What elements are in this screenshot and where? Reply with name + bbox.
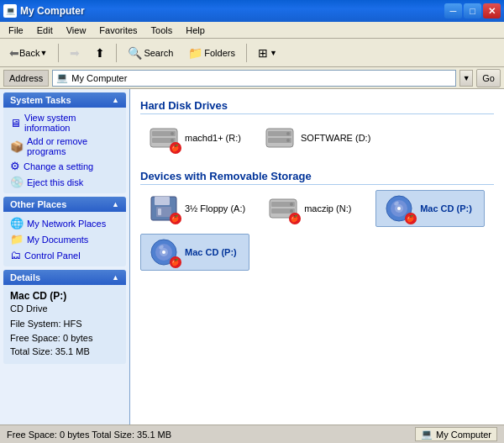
other-places-title: Other Places [10, 199, 66, 209]
toolbar-separator-2 [116, 44, 117, 62]
title-bar: 💻 My Computer ─ □ ✕ [0, 0, 504, 22]
view-button[interactable]: ⊞ ▼ [252, 43, 283, 63]
forward-icon: ➡ [70, 46, 80, 60]
forward-button[interactable]: ➡ [64, 43, 86, 63]
control-panel-link[interactable]: 🗂 Control Panel [10, 247, 119, 263]
hdd-icon-software [265, 125, 295, 150]
apple-badge-maccd-1: 🍎 [405, 213, 417, 224]
drive-maczip[interactable]: 🍎 maczip (N:) [260, 190, 369, 227]
address-go-button[interactable]: Go [476, 69, 501, 87]
control-panel-label: Control Panel [24, 251, 81, 261]
change-setting-label: Change a setting [24, 161, 93, 171]
hard-disk-drives-title: Hard Disk Drives [140, 99, 494, 114]
drive-maccd-1[interactable]: 🍎 Mac CD (P:) [375, 190, 485, 227]
apple-badge-maczip: 🍎 [289, 213, 301, 224]
address-dropdown[interactable]: ▼ [459, 70, 473, 87]
window-icon: 💻 [3, 4, 17, 18]
details-drive-type: CD Drive [10, 303, 119, 314]
details-header[interactable]: Details ▲ [3, 270, 126, 285]
eject-disk-icon: 💿 [10, 176, 24, 188]
address-input[interactable]: 💻 My Computer [52, 70, 456, 87]
system-tasks-section: System Tasks ▲ 🖥 View system information… [0, 92, 129, 193]
view-system-info-icon: 🖥 [10, 117, 21, 129]
svg-point-9 [286, 139, 290, 142]
status-computer-icon: 💻 [421, 429, 433, 440]
details-filesystem: File System: HFS [10, 317, 119, 331]
change-setting-icon: ⚙ [10, 160, 20, 172]
details-drive-name: Mac CD (P:) [10, 290, 119, 302]
my-network-places-link[interactable]: 🌐 My Network Places [10, 215, 119, 231]
svg-rect-11 [155, 197, 170, 205]
add-remove-programs-link[interactable]: 📦 Add or remove programs [10, 134, 119, 158]
address-computer-icon: 💻 [56, 72, 68, 83]
system-tasks-collapse-icon: ▲ [112, 96, 119, 104]
menu-bar: File Edit View Favorites Tools Help [0, 22, 504, 39]
other-places-collapse-icon: ▲ [112, 200, 119, 208]
drive-machd1[interactable]: 🍎 machd1+ (R:) [140, 119, 249, 156]
search-label: Search [144, 48, 173, 58]
minimize-button[interactable]: ─ [444, 3, 462, 18]
status-context-label: My Computer [436, 430, 491, 440]
folders-icon: 📁 [188, 46, 202, 60]
details-drive-info: File System: HFS Free Space: 0 bytes Tot… [10, 317, 119, 359]
apple-badge-maccd-2: 🍎 [170, 256, 181, 268]
add-remove-programs-icon: 📦 [10, 140, 24, 153]
svg-rect-13 [158, 208, 161, 215]
my-network-places-icon: 🌐 [10, 217, 24, 229]
toolbar-separator-1 [58, 44, 59, 62]
my-documents-link[interactable]: 📁 My Documents [10, 231, 119, 247]
system-tasks-header[interactable]: System Tasks ▲ [3, 92, 126, 108]
toolbar-separator-3 [246, 44, 247, 62]
removable-drives-grid: 🍎 3½ Floppy (A:) 🍎 maczip (N:) [140, 190, 494, 271]
details-body: Mac CD (P:) CD Drive File System: HFS Fr… [3, 285, 126, 364]
address-label: Address [3, 70, 49, 87]
other-places-section: Other Places ▲ 🌐 My Network Places 📁 My … [0, 197, 129, 266]
system-tasks-title: System Tasks [10, 95, 71, 105]
drive-floppy[interactable]: 🍎 3½ Floppy (A:) [140, 190, 253, 227]
add-remove-programs-label: Add or remove programs [27, 136, 119, 156]
eject-disk-link[interactable]: 💿 Eject this disk [10, 174, 119, 190]
folders-button[interactable]: 📁 Folders [182, 43, 241, 63]
status-bar: Free Space: 0 bytes Total Size: 35.1 MB … [0, 425, 504, 443]
eject-disk-label: Eject this disk [27, 177, 83, 187]
address-bar: Address 💻 My Computer ▼ Go [0, 67, 504, 89]
menu-edit[interactable]: Edit [32, 24, 58, 37]
drive-maccd-1-icon-wrapper: 🍎 [383, 194, 415, 223]
back-dropdown-icon[interactable]: ▼ [39, 49, 47, 57]
menu-tools[interactable]: Tools [146, 24, 178, 37]
left-panel: System Tasks ▲ 🖥 View system information… [0, 89, 130, 425]
details-section: Details ▲ Mac CD (P:) CD Drive File Syst… [0, 270, 129, 364]
drive-maccd-1-label: Mac CD (P:) [420, 203, 472, 214]
drive-software-icon-wrapper [264, 124, 296, 152]
drive-maccd-2[interactable]: 🍎 Mac CD (P:) [140, 234, 249, 271]
details-totalsize: Total Size: 35.1 MB [10, 345, 119, 359]
search-button[interactable]: 🔍 Search [122, 43, 179, 63]
search-icon: 🔍 [128, 46, 142, 60]
menu-help[interactable]: Help [181, 24, 210, 37]
details-freespace: Free Space: 0 bytes [10, 331, 119, 345]
menu-file[interactable]: File [3, 24, 29, 37]
drive-machd1-icon-wrapper: 🍎 [148, 124, 180, 152]
svg-point-8 [286, 132, 290, 135]
close-button[interactable]: ✕ [483, 3, 501, 18]
drive-software[interactable]: SOFTWARE (D:) [256, 119, 378, 156]
other-places-header[interactable]: Other Places ▲ [3, 197, 126, 212]
up-button[interactable]: ⬆ [89, 43, 111, 63]
other-places-body: 🌐 My Network Places 📁 My Documents 🗂 Con… [3, 212, 126, 266]
system-tasks-body: 🖥 View system information 📦 Add or remov… [3, 108, 126, 193]
window-title: My Computer [20, 5, 85, 17]
menu-favorites[interactable]: Favorites [94, 24, 142, 37]
menu-view[interactable]: View [61, 24, 92, 37]
address-value: My Computer [71, 73, 127, 83]
main-area: System Tasks ▲ 🖥 View system information… [0, 89, 504, 425]
right-content: Hard Disk Drives 🍎 machd1+ (R:) [130, 89, 504, 425]
drive-maccd-2-label: Mac CD (P:) [185, 247, 237, 257]
view-system-info-label: View system information [24, 113, 119, 133]
change-setting-link[interactable]: ⚙ Change a setting [10, 158, 119, 174]
details-title-label: Details [10, 272, 40, 282]
back-button[interactable]: ⬅ Back ▼ [3, 43, 53, 63]
maximize-button[interactable]: □ [464, 3, 481, 18]
svg-point-3 [171, 132, 174, 135]
view-system-info-link[interactable]: 🖥 View system information [10, 111, 119, 134]
title-bar-buttons: ─ □ ✕ [444, 3, 501, 18]
